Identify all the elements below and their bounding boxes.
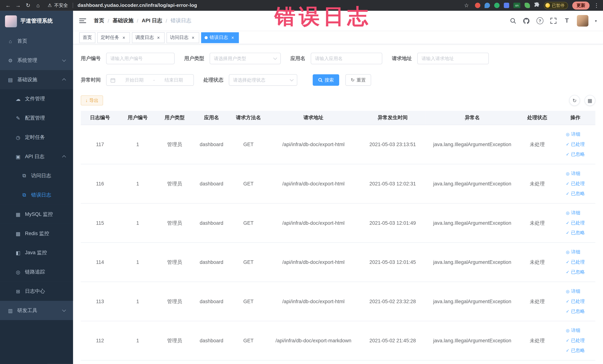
- close-icon[interactable]: ×: [121, 35, 127, 40]
- sidebar-item-mysql-monitor[interactable]: ▦ MySQL 监控: [0, 205, 73, 224]
- sidebar-item-scheduled-tasks[interactable]: ◷ 定时任务: [0, 128, 73, 147]
- mark-processed-link[interactable]: ✓已处理: [566, 218, 585, 228]
- back-button[interactable]: ←: [4, 2, 12, 8]
- close-icon[interactable]: ×: [230, 35, 235, 40]
- sidebar-item-redis-monitor[interactable]: ▩ Redis 监控: [0, 224, 73, 243]
- export-button[interactable]: ↓ 导出: [81, 95, 103, 106]
- mark-ignored-link[interactable]: ✓已忽略: [566, 267, 585, 277]
- detail-link[interactable]: ◎详细: [566, 130, 580, 139]
- font-size-icon[interactable]: T: [563, 17, 570, 24]
- mark-ignored-link[interactable]: ✓已忽略: [566, 307, 585, 316]
- page-header: 首页 / 基础设施 / API 日志 / 错误日志 ?: [73, 11, 603, 31]
- github-icon[interactable]: [523, 17, 530, 24]
- close-icon[interactable]: ×: [190, 35, 196, 40]
- app-cell: dashboard: [193, 282, 230, 321]
- forward-button[interactable]: →: [14, 2, 23, 8]
- filter-row-2: 异常时间 开始日期 - 结束日期 处理状态 请选: [81, 74, 595, 86]
- tab-error-log[interactable]: 错误日志 ×: [201, 32, 239, 43]
- close-icon[interactable]: ×: [156, 35, 161, 40]
- reload-button[interactable]: ↻: [24, 2, 33, 8]
- breadcrumb-item[interactable]: 基础设施: [113, 17, 133, 24]
- browser-home-button[interactable]: ⌂: [34, 2, 42, 8]
- detail-link[interactable]: ◎详细: [566, 247, 580, 257]
- tab-home[interactable]: 首页: [79, 32, 95, 43]
- exception-cell: java.lang.IllegalArgumentException: [425, 164, 519, 203]
- bookmark-star-icon[interactable]: ☆: [462, 2, 471, 8]
- request-url-input[interactable]: [417, 53, 489, 64]
- check-icon: ✓: [566, 336, 569, 345]
- extension-icon-2[interactable]: [485, 3, 490, 8]
- mark-ignored-link[interactable]: ✓已忽略: [566, 228, 585, 238]
- extension-icon-5[interactable]: [525, 3, 530, 8]
- help-icon[interactable]: ?: [536, 17, 543, 24]
- extension-icon-1[interactable]: [475, 3, 480, 8]
- tab-schedule-log[interactable]: 调度日志 ×: [132, 32, 165, 43]
- refresh-table-button[interactable]: ↻: [569, 95, 580, 106]
- sidebar-item-java-monitor[interactable]: ◧ Java 监控: [0, 243, 73, 262]
- tab-access-log[interactable]: 访问日志 ×: [166, 32, 199, 43]
- detail-link[interactable]: ◎详细: [566, 208, 580, 218]
- extension-on-badge[interactable]: on: [513, 3, 520, 8]
- search-button[interactable]: 搜索: [313, 74, 339, 86]
- detail-link[interactable]: ◎详细: [566, 287, 580, 296]
- user-avatar[interactable]: [577, 15, 588, 26]
- detail-link[interactable]: ◎详细: [566, 326, 580, 335]
- reset-button[interactable]: ↻ 重置: [345, 74, 371, 86]
- extension-icon-3[interactable]: [494, 3, 499, 8]
- sidebar-item-home[interactable]: ⌂ 首页: [0, 32, 73, 51]
- column-header: 异常发生时间: [360, 111, 425, 125]
- sidebar-item-api-log[interactable]: ▣ API 日志: [0, 147, 73, 166]
- extension-icon-4[interactable]: [504, 3, 509, 8]
- eye-icon: ◎: [566, 287, 570, 296]
- mark-ignored-link[interactable]: ✓已忽略: [566, 150, 585, 159]
- log-id-cell: 114: [81, 243, 119, 282]
- url-text[interactable]: dashboard.yudao.iocoder.cn/infra/log/api…: [78, 3, 197, 8]
- sidebar-item-link-tracing[interactable]: ◎ 链路追踪: [0, 262, 73, 282]
- browser-menu-dots-icon[interactable]: ⋮: [594, 2, 599, 8]
- tab-scheduled-tasks[interactable]: 定时任务 ×: [97, 32, 130, 43]
- column-settings-button[interactable]: ▦: [585, 95, 595, 106]
- fullscreen-icon[interactable]: [550, 17, 557, 24]
- search-icon[interactable]: [510, 17, 516, 24]
- exception-cell: java.lang.IllegalArgumentException: [425, 282, 519, 321]
- sidebar-item-system-management[interactable]: ⚙ 系统管理: [0, 51, 73, 70]
- user-id-input[interactable]: [106, 53, 175, 64]
- sidebar-item-file-management[interactable]: ☁ 文件管理: [0, 89, 73, 108]
- avatar-caret-icon[interactable]: ▾: [595, 19, 597, 23]
- mark-processed-link[interactable]: ✓已处理: [566, 297, 585, 306]
- sidebar-item-log-center[interactable]: ⊞ 日志中心: [0, 282, 73, 301]
- mark-ignored-link[interactable]: ✓已忽略: [566, 346, 585, 355]
- sidebar-item-access-log[interactable]: ⧉ 访问日志: [0, 166, 73, 186]
- process-status-select[interactable]: 请选择处理状态: [229, 74, 297, 86]
- home-icon: ⌂: [7, 38, 13, 44]
- collapse-sidebar-button[interactable]: [79, 17, 87, 24]
- mark-processed-link[interactable]: ✓已处理: [566, 179, 585, 188]
- date-range-picker[interactable]: 开始日期 - 结束日期: [106, 74, 194, 86]
- sidebar-logo[interactable]: 芋道管理系统: [0, 11, 73, 32]
- tools-icon: ▥: [7, 308, 13, 313]
- detail-link[interactable]: ◎详细: [566, 169, 580, 178]
- mark-processed-link[interactable]: ✓已处理: [566, 257, 585, 267]
- sidebar-item-error-log[interactable]: ⧉ 错误日志: [0, 186, 73, 205]
- active-tab-dot: [205, 36, 208, 39]
- app-name-input[interactable]: [311, 53, 382, 64]
- breadcrumb-item[interactable]: API 日志: [142, 17, 162, 24]
- sidebar-item-config-management[interactable]: ✎ 配置管理: [0, 108, 73, 128]
- mark-ignored-link[interactable]: ✓已忽略: [566, 189, 585, 199]
- select-placeholder: 请选择用户类型: [214, 55, 274, 62]
- update-button[interactable]: 更新: [572, 1, 590, 10]
- column-header: 用户编号: [119, 111, 156, 125]
- paused-badge[interactable]: 已暂停: [544, 2, 568, 9]
- mark-processed-link[interactable]: ✓已处理: [566, 140, 585, 149]
- breadcrumb-item[interactable]: 首页: [94, 17, 104, 24]
- table-row: 115 1 管理员 dashboard GET /api/infra/db-do…: [81, 203, 595, 243]
- time-cell: 2021-05-02 23:32:28: [360, 282, 425, 321]
- emoji-icon: [545, 3, 550, 8]
- user-type-cell: 管理员: [156, 203, 193, 243]
- security-chip[interactable]: ⚠ 不安全: [48, 2, 68, 9]
- sidebar-item-infrastructure[interactable]: ▤ 基础设施: [0, 70, 73, 89]
- extensions-puzzle-icon[interactable]: [534, 2, 540, 9]
- sidebar-item-dev-tools[interactable]: ▥ 研发工具: [0, 301, 73, 320]
- user-type-select[interactable]: 请选择用户类型: [210, 53, 281, 64]
- mark-processed-link[interactable]: ✓已处理: [566, 336, 585, 345]
